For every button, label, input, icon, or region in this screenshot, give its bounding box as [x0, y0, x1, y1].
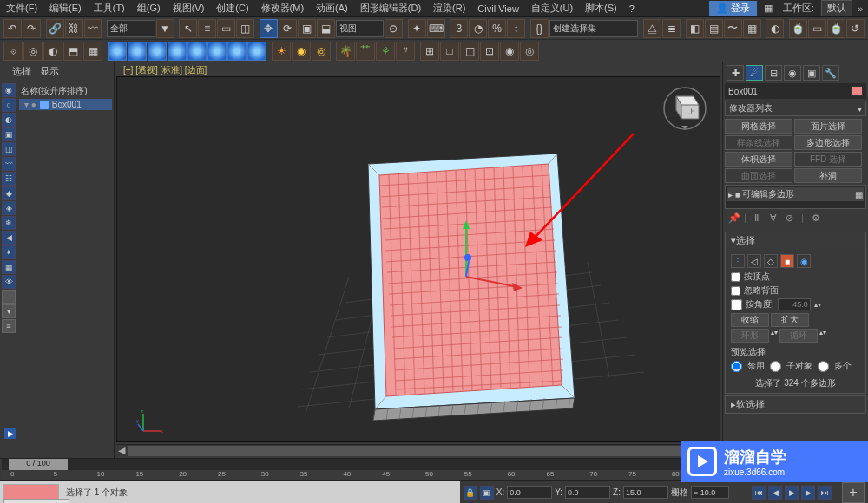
tb2-icon[interactable]: ⬒	[63, 42, 82, 61]
tb2-sphere6[interactable]	[207, 42, 227, 61]
preview-multi-radio[interactable]	[818, 361, 829, 372]
content-icon[interactable]: ▦	[764, 3, 773, 14]
ring-button[interactable]: 环形	[731, 329, 769, 343]
filter-icon[interactable]: ✦	[2, 245, 16, 259]
tb2-icon[interactable]: ▦	[83, 42, 102, 61]
manipulate-button[interactable]: ✦	[408, 19, 426, 38]
filter-icon[interactable]: ·	[2, 290, 16, 304]
modifier-list-dropdown[interactable]: 修改器列表▾	[725, 101, 866, 116]
set-key-button[interactable]: +	[842, 482, 865, 503]
tb2-sphere1[interactable]	[108, 42, 127, 61]
placement-button[interactable]: ⬓	[317, 19, 335, 38]
rollout-header-selection[interactable]: ▾ 选择	[726, 232, 865, 249]
tab-select[interactable]: 选择	[12, 65, 31, 78]
window-crossing-button[interactable]: ◫	[236, 19, 254, 38]
configure-sets-icon[interactable]: ⚙	[812, 212, 824, 225]
sun-icon[interactable]: ☀	[272, 42, 291, 61]
select-name-button[interactable]: ≡	[198, 19, 216, 38]
menu-graph-editors[interactable]: 图形编辑器(D)	[354, 2, 427, 15]
rotate-button[interactable]: ⟳	[279, 19, 297, 38]
grass-icon[interactable]: ⺿	[356, 42, 375, 61]
menu-group[interactable]: 组(G)	[131, 2, 167, 15]
tb2-sphere8[interactable]	[247, 42, 266, 61]
filter-icon[interactable]: ▼	[156, 19, 174, 38]
patch-select-btn[interactable]: 面片选择	[794, 119, 862, 134]
filter-hidden-icon[interactable]: ◀	[2, 231, 16, 245]
modify-tab[interactable]: ☄	[746, 65, 763, 81]
modifier-stack-item[interactable]: ▸ ■可编辑多边形▦	[727, 187, 864, 201]
render-setup-button[interactable]: 🍵	[789, 19, 807, 38]
spline-select-btn[interactable]: 样条线选择	[725, 135, 792, 150]
filter-geom-icon[interactable]: ◉	[2, 83, 16, 97]
perspective-viewport[interactable]: 上 z x y	[116, 76, 720, 442]
material-editor-button[interactable]: ◐	[766, 19, 784, 38]
edit-selection-set-button[interactable]: {}	[530, 19, 549, 38]
object-color-swatch[interactable]	[851, 86, 863, 96]
poly-select-btn[interactable]: 多边形选择	[794, 135, 862, 150]
grow-button[interactable]: 扩大	[771, 313, 809, 327]
render-iterative-button[interactable]: ↺	[846, 19, 865, 38]
hair-icon[interactable]: 〃	[396, 42, 415, 61]
render-frame-button[interactable]: ▭	[808, 19, 826, 38]
tb3-icon[interactable]: □	[440, 42, 459, 61]
tb2-sphere2[interactable]	[128, 42, 147, 61]
tb3-icon[interactable]: ⊞	[420, 42, 439, 61]
tab-display[interactable]: 显示	[40, 65, 59, 78]
vol-select-btn[interactable]: 体积选择	[725, 152, 792, 167]
remove-modifier-icon[interactable]: ⊘	[786, 212, 798, 225]
coord-system-dropdown[interactable]: 视图	[336, 20, 384, 37]
object-name[interactable]: Box001	[725, 83, 866, 99]
menu-edit[interactable]: 编辑(E)	[43, 2, 88, 15]
filter-helper-icon[interactable]: ◫	[2, 142, 16, 156]
scale-button[interactable]: ▣	[298, 19, 316, 38]
shrink-button[interactable]: 收缩	[731, 313, 769, 327]
filter-frozen-icon[interactable]: ❄	[2, 216, 16, 230]
angle-snap-button[interactable]: ◔	[469, 19, 487, 38]
selection-set-dropdown[interactable]: 创建选择集	[549, 20, 639, 37]
scene-tree[interactable]: 名称(按升序排序) ▾ ● Box001	[17, 80, 114, 458]
select-button[interactable]: ↖	[179, 19, 197, 38]
display-tab[interactable]: ▣	[803, 65, 820, 81]
modifier-stack[interactable]: ▸ ■可编辑多边形▦	[725, 185, 866, 209]
rollout-header-soft[interactable]: ▸ 软选择	[726, 396, 865, 413]
keyboard-shortcut-button[interactable]: ⌨	[427, 19, 445, 38]
hierarchy-tab[interactable]: ⊟	[765, 65, 782, 81]
spinner-snap-button[interactable]: ↕	[507, 19, 525, 38]
align-button[interactable]: ≣	[662, 19, 681, 38]
tb2-sphere4[interactable]	[168, 42, 187, 61]
schematic-button[interactable]: ▦	[743, 19, 761, 38]
element-level-icon[interactable]: ◉	[797, 254, 811, 268]
menu-create[interactable]: 创建(C)	[210, 2, 254, 15]
menu-customize[interactable]: 自定义(U)	[525, 2, 579, 15]
workspace-dropdown[interactable]: 默认	[821, 0, 852, 16]
ffd-select-btn[interactable]: FFD 选择	[794, 152, 862, 167]
x-coord-input[interactable]	[507, 486, 552, 499]
maxscript-listener[interactable]: MAXScript 迷你	[3, 499, 69, 504]
by-angle-checkbox[interactable]	[731, 299, 742, 310]
render-button[interactable]: 🍵	[827, 19, 845, 38]
menu-scripting[interactable]: 脚本(S)	[579, 2, 623, 15]
patch-hole-btn[interactable]: 补洞	[794, 168, 862, 183]
vertex-level-icon[interactable]: ⋮	[731, 254, 745, 268]
select-region-button[interactable]: ▭	[217, 19, 235, 38]
grid-input[interactable]	[691, 486, 729, 499]
utilities-tab[interactable]: 🔧	[822, 65, 839, 81]
filter-camera-icon[interactable]: ▣	[2, 127, 16, 141]
make-unique-icon[interactable]: ∀	[770, 212, 782, 225]
percent-snap-button[interactable]: %	[488, 19, 506, 38]
motion-tab[interactable]: ◉	[784, 65, 801, 81]
filter-light-icon[interactable]: ◐	[2, 113, 16, 127]
pin-stack-icon[interactable]: 📌	[728, 212, 740, 225]
create-tab[interactable]: ✚	[727, 65, 744, 81]
tb2-icon[interactable]: ◐	[43, 42, 62, 61]
isolate-icon[interactable]: ▣	[480, 486, 494, 500]
tb3-icon[interactable]: ◉	[500, 42, 519, 61]
menu-view[interactable]: 视图(V)	[167, 2, 211, 15]
tb3-icon[interactable]: ⊡	[480, 42, 499, 61]
menu-civil-view[interactable]: Civil View	[471, 3, 524, 14]
layer-button[interactable]: ◧	[686, 19, 704, 38]
playback-play-button[interactable]: ▶	[785, 486, 799, 500]
filter-icon[interactable]: ▾	[2, 304, 16, 318]
move-button[interactable]: ✥	[260, 19, 278, 38]
playback-end-button[interactable]: ⏭	[818, 486, 832, 500]
